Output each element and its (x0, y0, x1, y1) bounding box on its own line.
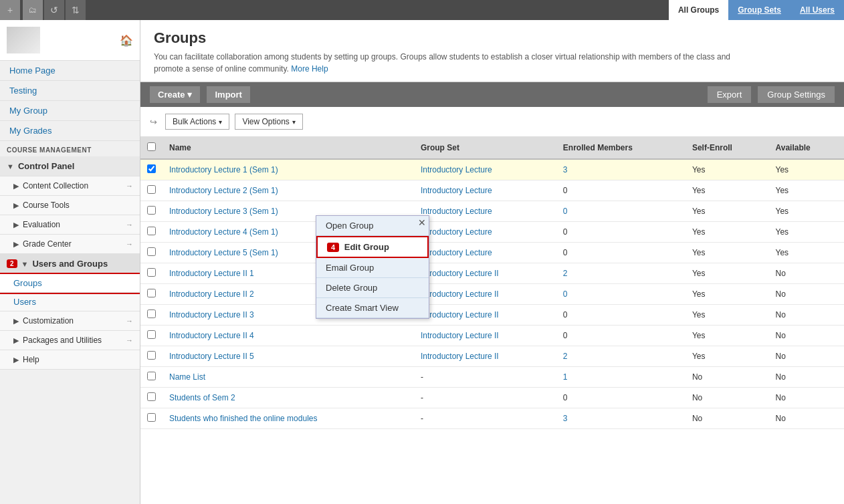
step4-badge: 4 (327, 243, 339, 252)
table-row: Introductory Lecture 1 (Sem 1)Introducto… (140, 159, 844, 180)
view-options-button[interactable]: View Options ▾ (235, 114, 302, 130)
enrolled-count-link[interactable]: 2 (563, 269, 568, 278)
group-set-link[interactable]: Introductory Lecture II (421, 289, 499, 299)
more-help-link[interactable]: More Help (291, 64, 328, 74)
group-set-link[interactable]: Introductory Lecture II (421, 310, 499, 320)
table-row: Name List-1NoNo (140, 367, 844, 388)
group-name-link[interactable]: Introductory Lecture 1 (Sem 1) (169, 165, 278, 174)
self-enroll-value: Yes (685, 201, 769, 222)
group-name-link[interactable]: Introductory Lecture 3 (Sem 1) (169, 207, 278, 216)
available-value: No (768, 326, 844, 346)
sidebar-item-testing[interactable]: Testing (0, 81, 140, 101)
row-checkbox[interactable] (147, 351, 156, 360)
select-all-checkbox[interactable] (147, 142, 156, 151)
sidebar-item-groups[interactable]: Groups (0, 274, 140, 293)
customization-item[interactable]: ▶ Customization → (0, 311, 140, 331)
group-set-link[interactable]: Introductory Lecture (421, 165, 492, 174)
evaluation-item[interactable]: ▶ Evaluation → (0, 215, 140, 235)
group-set-link[interactable]: Introductory Lecture (421, 207, 492, 216)
folder-button[interactable]: 🗂 (23, 0, 43, 20)
triangle-icon6: ▶ (13, 336, 19, 345)
group-name-link[interactable]: Students who finished the online modules (169, 414, 317, 423)
tab-all-groups[interactable]: All Groups (669, 0, 728, 20)
cm-open-group[interactable]: Open Group (316, 216, 429, 236)
row-checkbox[interactable] (147, 392, 156, 401)
table-row: Introductory Lecture II 5Introductory Le… (140, 346, 844, 367)
arrow-down2-icon: ▼ (21, 260, 29, 268)
users-and-groups-label: Users and Groups (32, 259, 108, 269)
create-button[interactable]: Create ▾ (150, 86, 200, 103)
group-set-link[interactable]: Introductory Lecture II (421, 269, 499, 278)
refresh-button[interactable]: ↺ (44, 0, 64, 20)
group-set-link[interactable]: Introductory Lecture II (421, 352, 499, 361)
group-name-link[interactable]: Introductory Lecture 4 (Sem 1) (169, 227, 278, 237)
content-collection-item[interactable]: ▶ Content Collection → (0, 176, 140, 196)
group-name-link[interactable]: Introductory Lecture 5 (Sem 1) (169, 248, 278, 257)
row-checkbox[interactable] (147, 372, 156, 380)
row-checkbox[interactable] (147, 206, 156, 215)
group-set-link[interactable]: Introductory Lecture (421, 248, 492, 257)
bulk-actions-button[interactable]: Bulk Actions ▾ (165, 114, 229, 130)
cm-edit-group[interactable]: 4 Edit Group (316, 236, 429, 258)
group-settings-button[interactable]: Group Settings (758, 86, 835, 103)
sidebar-item-my-group[interactable]: My Group (0, 101, 140, 121)
course-tools-item[interactable]: ▶ Course Tools (0, 196, 140, 215)
enrolled-count-link[interactable]: 1 (563, 372, 568, 382)
sidebar-item-my-grades[interactable]: My Grades (0, 121, 140, 141)
add-button[interactable]: + (0, 0, 20, 20)
sidebar-item-home-page[interactable]: Home Page (0, 61, 140, 81)
self-enroll-value: Yes (685, 305, 769, 326)
cm-delete-group[interactable]: Delete Group (316, 278, 429, 298)
group-name-link[interactable]: Introductory Lecture II 4 (169, 331, 254, 340)
triangle-icon5: ▶ (13, 317, 19, 326)
enrolled-count-link[interactable]: 3 (563, 165, 568, 174)
content-collection-label: Content Collection (23, 181, 88, 191)
group-set-link[interactable]: Introductory Lecture (421, 186, 492, 195)
self-enroll-value: Yes (685, 326, 769, 346)
group-name-link[interactable]: Introductory Lecture II 2 (169, 289, 254, 299)
group-name-link[interactable]: Introductory Lecture II 5 (169, 352, 254, 361)
row-checkbox[interactable] (147, 185, 156, 194)
arrow-right-icon5: → (126, 336, 133, 344)
enrolled-count-link[interactable]: 0 (563, 289, 568, 299)
row-checkbox[interactable] (147, 309, 156, 318)
group-set-link[interactable]: Introductory Lecture II (421, 331, 499, 340)
tab-group-sets[interactable]: Group Sets (728, 0, 790, 20)
export-button[interactable]: Export (708, 86, 752, 103)
enrolled-count-link[interactable]: 0 (563, 207, 568, 216)
avatar (7, 27, 40, 53)
row-checkbox[interactable] (147, 227, 156, 235)
row-checkbox[interactable] (147, 289, 156, 297)
sidebar-item-users[interactable]: Users (0, 293, 140, 311)
available-value: No (768, 263, 844, 284)
triangle-icon4: ▶ (13, 240, 19, 249)
group-name-link[interactable]: Introductory Lecture II 3 (169, 310, 254, 320)
group-name-link[interactable]: Introductory Lecture II 1 (169, 269, 254, 278)
home-icon[interactable]: 🏠 (120, 34, 133, 47)
cm-email-group[interactable]: Email Group (316, 258, 429, 278)
group-set-link[interactable]: Introductory Lecture (421, 227, 492, 237)
filter-bar: ↪ Bulk Actions ▾ View Options ▾ (140, 107, 844, 137)
enrolled-count-link[interactable]: 2 (563, 352, 568, 361)
import-button[interactable]: Import (207, 86, 249, 103)
control-panel-label: Control Panel (18, 161, 75, 171)
row-checkbox[interactable] (147, 164, 156, 173)
enrolled-count-link[interactable]: 3 (563, 414, 568, 423)
available-value: No (768, 367, 844, 388)
row-checkbox[interactable] (147, 268, 156, 277)
help-item[interactable]: ▶ Help (0, 350, 140, 370)
group-name-link[interactable]: Name List (169, 372, 205, 382)
row-checkbox[interactable] (147, 413, 156, 422)
group-name-link[interactable]: Students of Sem 2 (169, 393, 235, 402)
sort-button[interactable]: ⇅ (66, 0, 86, 20)
packages-utilities-item[interactable]: ▶ Packages and Utilities → (0, 331, 140, 350)
row-checkbox[interactable] (147, 330, 156, 339)
control-panel-toggle[interactable]: ▼ Control Panel (0, 156, 140, 176)
cm-create-smart-view[interactable]: Create Smart View (316, 298, 429, 318)
row-checkbox[interactable] (147, 247, 156, 256)
tab-all-users[interactable]: All Users (790, 0, 844, 20)
group-name-link[interactable]: Introductory Lecture 2 (Sem 1) (169, 186, 278, 195)
grade-center-item[interactable]: ▶ Grade Center → (0, 235, 140, 254)
close-icon[interactable]: ✕ (418, 218, 426, 227)
users-and-groups-toggle[interactable]: 2 ▼ Users and Groups (0, 254, 140, 274)
